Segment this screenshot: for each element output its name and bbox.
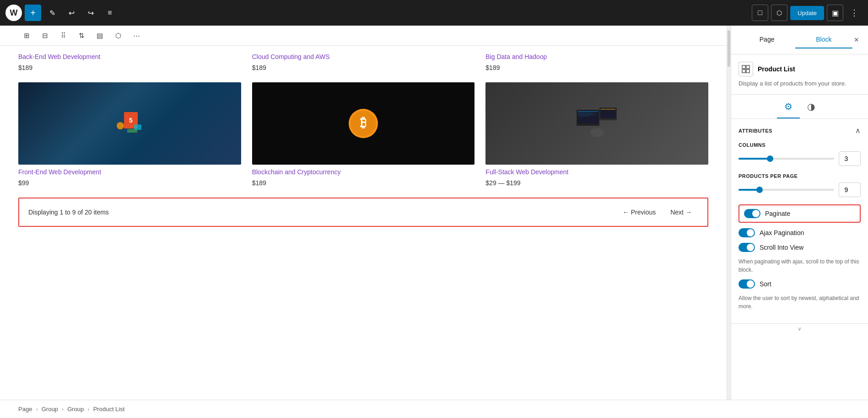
product-title-6[interactable]: Full-Stack Web Development — [485, 168, 708, 176]
sort-label: Sort — [760, 280, 771, 288]
svg-rect-13 — [578, 116, 589, 116]
svg-text:5: 5 — [129, 117, 133, 124]
paginate-label: Paginate — [765, 210, 790, 217]
bottom-product-grid: 5 Front-End Web Development $99 — [18, 82, 708, 187]
columns-field: COLUMNS — [739, 142, 861, 166]
product-title-4[interactable]: Front-End Web Development — [18, 168, 241, 176]
top-toolbar: W + ✎ ↩ ↪ ≡ □ ⬡ Update ▣ ⋮ — [0, 0, 868, 26]
products-per-page-label: PRODUCTS PER PAGE — [739, 173, 861, 179]
tab-page[interactable]: Page — [739, 31, 795, 48]
tools-button[interactable]: ✎ — [44, 5, 60, 21]
tab-block[interactable]: Block — [795, 31, 852, 48]
products-per-page-value[interactable] — [839, 182, 861, 197]
product-title-5[interactable]: Blockchain and Cryptocurrency — [252, 168, 475, 176]
paginate-toggle[interactable] — [744, 209, 760, 218]
sidebar-scroll-bottom: ∨ — [731, 323, 868, 334]
updown-btn[interactable]: ⇅ — [73, 27, 90, 44]
scroll-into-view-toggle[interactable] — [739, 243, 755, 252]
svg-rect-15 — [600, 108, 616, 118]
align-btn[interactable]: ▤ — [92, 27, 108, 44]
product-card-1: Back-End Web Development $189 — [18, 53, 241, 71]
columns-value[interactable] — [839, 151, 861, 166]
breadcrumb: Page › Group › Group › Product List — [0, 400, 868, 418]
link-btn[interactable]: ⬡ — [110, 27, 126, 44]
sidebar-toggle-button[interactable]: ▣ — [827, 5, 843, 21]
breadcrumb-group-1[interactable]: Group — [42, 406, 58, 413]
product-card-2: Cloud Computing and AWS $189 — [252, 53, 475, 71]
ajax-pagination-toggle-row: Ajax Pagination — [739, 228, 861, 237]
settings-tab-button[interactable]: ⚙ — [777, 96, 800, 117]
sidebar-content: Attributes ∧ COLUMNS — [731, 119, 868, 323]
pagination-bar: Displaying 1 to 9 of 20 items ← Previous… — [18, 198, 708, 227]
paginate-toggle-knob — [752, 210, 760, 217]
wp-logo: W — [5, 5, 22, 21]
prev-label: Previous — [631, 209, 656, 216]
svg-rect-19 — [742, 65, 745, 69]
block-info-header: Product List — [739, 62, 861, 76]
svg-rect-17 — [583, 126, 595, 127]
main-area: ⊞ ⊟ ⠿ ⇅ ▤ ⬡ ⋯ Back-End Web Development $… — [0, 26, 868, 400]
product-image-6 — [485, 82, 708, 165]
layout-btn[interactable]: ⊞ — [18, 27, 35, 44]
add-block-button[interactable]: + — [25, 5, 41, 21]
preview-button[interactable]: □ — [752, 5, 768, 21]
attributes-label: Attributes — [739, 128, 772, 134]
previous-button[interactable]: ← Previous — [616, 205, 662, 220]
product-title-2[interactable]: Cloud Computing and AWS — [252, 53, 475, 60]
more-options-button[interactable]: ⋮ — [846, 5, 863, 21]
pagination-info: Displaying 1 to 9 of 20 items — [28, 209, 109, 216]
next-arrow-icon: → — [685, 209, 692, 216]
breadcrumb-group-2[interactable]: Group — [67, 406, 84, 413]
breadcrumb-product-list[interactable]: Product List — [93, 406, 125, 413]
products-per-page-slider[interactable] — [739, 189, 834, 191]
redo-button[interactable]: ↪ — [82, 5, 99, 21]
sort-toggle[interactable] — [739, 279, 755, 289]
close-sidebar-button[interactable]: × — [852, 33, 861, 47]
ajax-pagination-toggle-knob — [747, 229, 754, 236]
scrollbar[interactable] — [727, 26, 731, 400]
next-button[interactable]: Next → — [664, 205, 698, 220]
columns-slider-row — [739, 151, 861, 166]
more-block-btn[interactable]: ⋯ — [128, 27, 145, 44]
scrollbar-thumb[interactable] — [728, 30, 730, 67]
product-card-4: 5 Front-End Web Development $99 — [18, 82, 241, 187]
breadcrumb-sep-2: › — [62, 406, 64, 413]
attributes-section-header: Attributes ∧ — [739, 126, 861, 135]
columns-slider[interactable] — [739, 158, 834, 160]
external-button[interactable]: ⬡ — [771, 5, 787, 21]
product-card-5: ₿ Blockchain and Cryptocurrency $189 — [252, 82, 475, 187]
svg-rect-16 — [601, 109, 615, 110]
update-button[interactable]: Update — [790, 6, 824, 20]
sidebar-header: Page Block × — [731, 26, 868, 54]
svg-rect-22 — [746, 70, 749, 73]
drag-btn[interactable]: ⠿ — [55, 27, 71, 44]
product-price-2: $189 — [252, 64, 475, 71]
columns-input[interactable] — [839, 155, 860, 162]
breadcrumb-page[interactable]: Page — [18, 406, 32, 413]
attributes-collapse-button[interactable]: ∧ — [855, 126, 861, 135]
products-per-page-thumb[interactable] — [756, 187, 763, 193]
grid-btn[interactable]: ⊟ — [37, 27, 53, 44]
scroll-into-view-toggle-knob — [747, 244, 754, 251]
svg-point-18 — [590, 128, 604, 137]
scroll-down-indicator: ∨ — [798, 326, 802, 332]
undo-button[interactable]: ↩ — [63, 5, 80, 21]
product-price-6: $29 — $199 — [485, 179, 708, 187]
svg-text:₿: ₿ — [360, 116, 367, 130]
product-card-6: Full-Stack Web Development $29 — $199 — [485, 82, 708, 187]
product-title-3[interactable]: Big Data and Hadoop — [485, 53, 708, 60]
scroll-into-view-toggle-row: Scroll Into View — [739, 243, 861, 252]
ajax-pagination-toggle[interactable] — [739, 228, 755, 237]
columns-track — [739, 158, 834, 160]
columns-thumb[interactable] — [767, 155, 773, 162]
products-per-page-input[interactable] — [839, 186, 860, 193]
list-view-button[interactable]: ≡ — [102, 5, 118, 21]
sort-toggle-row: Sort — [739, 279, 861, 289]
product-title-1[interactable]: Back-End Web Development — [18, 53, 241, 60]
sidebar-settings-tabs: ⚙ ◑ — [731, 95, 868, 119]
sidebar: Page Block × Product List Display a list… — [731, 26, 868, 400]
svg-rect-12 — [578, 114, 595, 115]
block-info: Product List Display a list of products … — [731, 54, 868, 95]
style-tab-button[interactable]: ◑ — [800, 96, 822, 117]
block-name: Product List — [758, 65, 795, 73]
